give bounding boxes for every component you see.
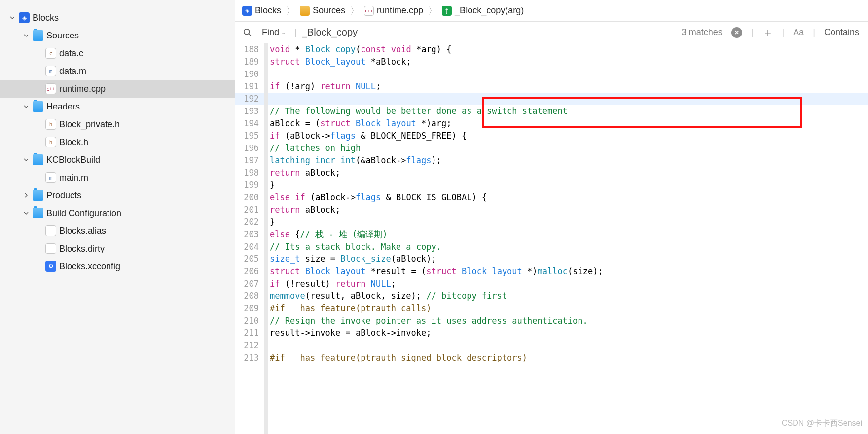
file-navigator[interactable]: ◈BlocksSourcescdata.cmdata.mc++runtime.c… (0, 0, 235, 434)
disclosure-chevron-icon[interactable] (23, 103, 30, 110)
clear-search-icon[interactable]: ✕ (731, 27, 742, 38)
project-icon: ◈ (242, 6, 252, 16)
code-line[interactable]: 199 } (235, 179, 868, 191)
disclosure-chevron-icon[interactable] (23, 32, 30, 39)
code-line[interactable]: 190 (235, 68, 868, 80)
tree-folder[interactable]: Sources (0, 27, 235, 44)
breadcrumb-item[interactable]: ƒ_Block_copy(arg) (442, 5, 524, 16)
code-line[interactable]: 213#if __has_feature(ptrauth_signed_bloc… (235, 352, 868, 364)
breadcrumb-item[interactable]: c++runtime.cpp (364, 5, 423, 16)
tree-folder[interactable]: Products (0, 186, 235, 204)
tree-folder[interactable]: Headers (0, 98, 235, 115)
code-content[interactable] (264, 93, 868, 105)
add-search-rule-icon[interactable]: ＋ (762, 25, 773, 40)
code-content[interactable]: if (!result) return NULL; (264, 278, 868, 290)
code-content[interactable]: aBlock = (struct Block_layout *)arg; (264, 117, 868, 130)
code-line[interactable]: 205 size_t size = Block_size(aBlock); (235, 253, 868, 265)
breadcrumb-item[interactable]: Sources (300, 5, 345, 16)
code-line[interactable]: 193 // The following would be better don… (235, 105, 868, 117)
disclosure-chevron-icon[interactable] (9, 14, 16, 21)
line-number: 190 (235, 68, 264, 80)
folder-icon (33, 208, 43, 218)
code-content[interactable]: } (264, 179, 868, 191)
code-content[interactable]: return aBlock; (264, 204, 868, 216)
tree-folder[interactable]: KCBlockBuild (0, 151, 235, 169)
find-input[interactable] (302, 27, 677, 38)
line-number: 196 (235, 142, 264, 154)
code-line[interactable]: 202 } (235, 216, 868, 228)
breadcrumb-label: runtime.cpp (377, 5, 423, 16)
tree-file[interactable]: c++runtime.cpp (0, 80, 235, 98)
code-content[interactable]: latching_incr_int(&aBlock->flags); (264, 154, 868, 167)
file-icon (45, 243, 56, 254)
tree-item-label: Blocks.xcconfig (59, 261, 120, 272)
code-content[interactable] (264, 68, 868, 80)
case-sensitive-toggle[interactable]: Aa (793, 27, 804, 37)
code-content[interactable]: else if (aBlock->flags & BLOCK_IS_GLOBAL… (264, 191, 868, 204)
code-line[interactable]: 192 (235, 93, 868, 105)
line-number: 209 (235, 302, 264, 315)
code-line[interactable]: 191 if (!arg) return NULL; (235, 80, 868, 93)
disclosure-chevron-icon[interactable] (23, 210, 30, 217)
code-line[interactable]: 211 result->invoke = aBlock->invoke; (235, 327, 868, 339)
code-line[interactable]: 212 (235, 339, 868, 352)
breadcrumb-separator-icon: 〉 (286, 5, 295, 17)
code-content[interactable]: struct Block_layout *aBlock; (264, 56, 868, 68)
code-line[interactable]: 198 return aBlock; (235, 167, 868, 179)
breadcrumb-label: _Block_copy(arg) (455, 5, 524, 16)
code-line[interactable]: 201 return aBlock; (235, 204, 868, 216)
code-content[interactable]: // Resign the invoke pointer as it uses … (264, 315, 868, 327)
code-content[interactable]: // Its a stack block. Make a copy. (264, 241, 868, 253)
code-content[interactable]: size_t size = Block_size(aBlock); (264, 253, 868, 265)
code-line[interactable]: 195 if (aBlock->flags & BLOCK_NEEDS_FREE… (235, 130, 868, 142)
code-line[interactable]: 204 // Its a stack block. Make a copy. (235, 241, 868, 253)
code-line[interactable]: 210 // Resign the invoke pointer as it u… (235, 315, 868, 327)
code-line[interactable]: 188void *_Block_copy(const void *arg) { (235, 43, 868, 56)
tree-file[interactable]: mmain.m (0, 169, 235, 186)
code-line[interactable]: 194 aBlock = (struct Block_layout *)arg; (235, 117, 868, 130)
match-type-dropdown[interactable]: Contains (824, 27, 859, 37)
breadcrumb-bar[interactable]: ◈Blocks〉Sources〉c++runtime.cpp〉ƒ_Block_c… (235, 0, 868, 22)
tree-file[interactable]: Blocks.alias (0, 222, 235, 240)
line-number: 188 (235, 43, 264, 56)
code-line[interactable]: 208 memmove(result, aBlock, size); // bi… (235, 290, 868, 302)
code-content[interactable]: // The following would be better done as… (264, 105, 868, 117)
code-content[interactable]: #if __has_feature(ptrauth_signed_block_d… (264, 352, 868, 364)
code-content[interactable]: return aBlock; (264, 167, 868, 179)
fold-gutter[interactable] (264, 43, 268, 434)
code-line[interactable]: 196 // latches on high (235, 142, 868, 154)
disclosure-chevron-icon[interactable] (23, 156, 30, 163)
code-content[interactable]: #if __has_feature(ptrauth_calls) (264, 302, 868, 315)
code-line[interactable]: 197 latching_incr_int(&aBlock->flags); (235, 154, 868, 167)
tree-folder[interactable]: Build Configuration (0, 204, 235, 222)
code-content[interactable]: if (!arg) return NULL; (264, 80, 868, 93)
tree-file[interactable]: ⚙Blocks.xcconfig (0, 257, 235, 275)
code-line[interactable]: 206 struct Block_layout *result = (struc… (235, 265, 868, 278)
code-content[interactable]: void *_Block_copy(const void *arg) { (264, 43, 868, 56)
code-line[interactable]: 203 else {// 栈 - 堆 (编译期) (235, 228, 868, 241)
tree-file[interactable]: ◈Blocks (0, 9, 235, 27)
tree-file[interactable]: cdata.c (0, 44, 235, 62)
code-content[interactable]: struct Block_layout *result = (struct Bl… (264, 265, 868, 278)
file-icon: h (45, 137, 56, 147)
code-line[interactable]: 200 else if (aBlock->flags & BLOCK_IS_GL… (235, 191, 868, 204)
code-content[interactable] (264, 339, 868, 352)
find-mode-dropdown[interactable]: Find ⌄ (258, 27, 289, 37)
code-line[interactable]: 209#if __has_feature(ptrauth_calls) (235, 302, 868, 315)
code-line[interactable]: 189 struct Block_layout *aBlock; (235, 56, 868, 68)
tree-file[interactable]: mdata.m (0, 62, 235, 80)
breadcrumb-item[interactable]: ◈Blocks (242, 5, 281, 16)
tree-file[interactable]: hBlock_private.h (0, 115, 235, 133)
tree-file[interactable]: hBlock.h (0, 133, 235, 151)
disclosure-chevron-icon[interactable] (23, 192, 30, 199)
find-bar[interactable]: Find ⌄ | 3 matches ✕ | ＋ | Aa | Contains (235, 22, 868, 43)
code-content[interactable]: memmove(result, aBlock, size); // bitcop… (264, 290, 868, 302)
tree-file[interactable]: Blocks.dirty (0, 240, 235, 257)
code-content[interactable]: else {// 栈 - 堆 (编译期) (264, 228, 868, 241)
code-content[interactable]: } (264, 216, 868, 228)
code-line[interactable]: 207 if (!result) return NULL; (235, 278, 868, 290)
code-editor[interactable]: 188void *_Block_copy(const void *arg) {1… (235, 43, 868, 434)
code-content[interactable]: if (aBlock->flags & BLOCK_NEEDS_FREE) { (264, 130, 868, 142)
code-content[interactable]: // latches on high (264, 142, 868, 154)
code-content[interactable]: result->invoke = aBlock->invoke; (264, 327, 868, 339)
